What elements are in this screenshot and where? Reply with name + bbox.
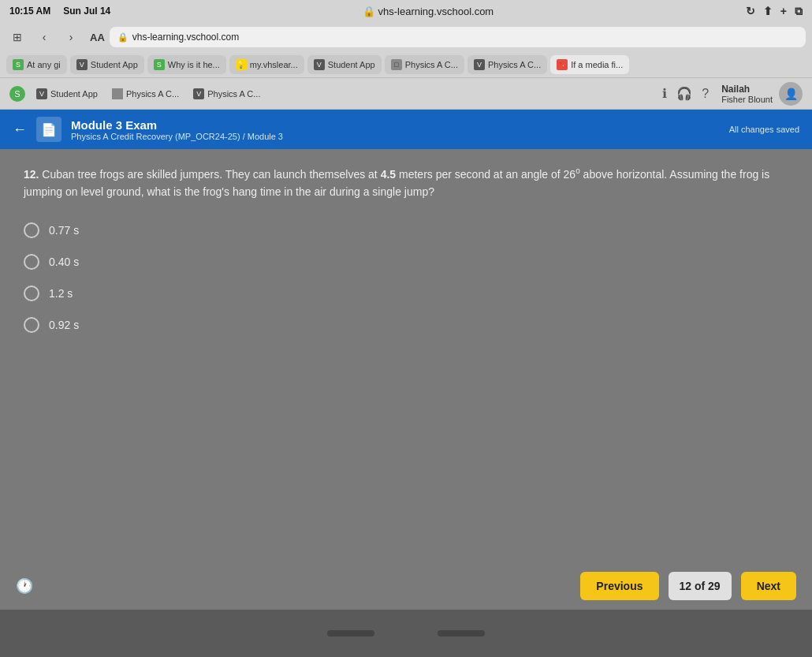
option-d-text: 0.92 s [49,319,79,331]
question-area: 12. Cuban tree frogs are skilled jumpers… [0,149,812,562]
status-time: 10:15 AM [9,6,50,17]
app-favicon: S [9,86,25,102]
refresh-icon[interactable]: ↻ [746,5,755,17]
option-b[interactable]: 0.40 s [24,254,788,270]
option-c-text: 1.2 s [49,287,73,300]
status-icons: ↻ ⬆ + ⧉ [746,5,803,18]
tab-label-2: Student App [91,60,138,69]
status-date: Sun Jul 14 [63,6,110,17]
tabs-strip: S At any gi V Student App S Why is it he… [0,52,812,77]
tab-favicon-7: V [474,59,485,70]
tab-favicon-1: S [13,59,24,70]
add-tab-icon[interactable]: + [780,5,787,17]
tab-student-app-1[interactable]: V Student App [70,55,144,74]
app-tabs: V Student App Physics A C... V Physics A… [32,87,656,101]
info-icon[interactable]: ℹ [662,86,667,101]
sidebar-toggle-button[interactable]: ⊞ [6,26,28,48]
tab-label-3: Why is it he... [168,60,220,69]
tab-label-5: Student App [328,60,375,69]
app-tab-physics1[interactable]: Physics A C... [107,87,184,101]
aa-text: AA [90,32,105,43]
tab-label-8: If a media fi... [571,60,623,69]
radio-b[interactable] [24,254,39,270]
module-header: ← 📄 Module 3 Exam Physics A Credit Recov… [0,110,812,149]
header-icons: ℹ 🎧 ? [662,86,709,101]
radio-c[interactable] [24,286,39,301]
module-title: Module 3 Exam [71,118,720,132]
app-tab-favicon-1: V [36,88,47,99]
radio-d[interactable] [24,317,39,333]
forward-button[interactable]: › [60,26,82,48]
tab-favicon-4: 💡 [236,59,247,70]
user-avatar[interactable]: 👤 [779,82,803,106]
app-tab-physics2[interactable]: V Physics A C... [188,87,265,101]
device-indicator-1 [327,630,374,636]
tab-favicon-6: □ [391,59,402,70]
tabs-icon[interactable]: ⧉ [795,5,803,18]
page-indicator: 12 of 29 [669,572,732,600]
question-number: 12. [24,168,42,181]
option-d[interactable]: 0.92 s [24,317,788,333]
tab-physics-1[interactable]: □ Physics A C... [385,55,464,74]
tab-student-app-2[interactable]: V Student App [307,55,382,74]
tab-why-is-it[interactable]: S Why is it he... [147,55,226,74]
tab-label-7: Physics A C... [488,60,541,69]
tab-favicon-3: S [154,59,165,70]
speed-value: 4.5 [381,168,396,181]
address-url: vhs-learning.vschool.com [132,32,239,43]
next-button[interactable]: Next [741,572,796,600]
tab-physics-2[interactable]: V Physics A C... [467,55,547,74]
option-a[interactable]: 0.77 s [24,222,788,238]
status-bar: 10:15 AM Sun Jul 14 🔒 vhs-learning.vscho… [0,0,812,22]
help-icon[interactable]: ? [702,87,709,101]
tab-label-6: Physics A C... [405,60,458,69]
device-indicator-2 [438,630,485,636]
module-icon: 📄 [36,117,61,142]
app-header: S V Student App Physics A C... V Physics… [0,78,812,110]
option-c[interactable]: 1.2 s [24,286,788,301]
all-changes-saved: All changes saved [729,125,799,134]
address-bar[interactable]: 🔒 vhs-learning.vschool.com [110,27,806,47]
footer-nav: 🕐 Previous 12 of 29 Next [0,562,812,610]
previous-button[interactable]: Previous [580,572,658,600]
browser-toolbar: ⊞ ‹ › AA 🔒 vhs-learning.vschool.com [0,22,812,52]
lock-icon: 🔒 [363,6,375,17]
module-subtitle: Physics A Credit Recovery (MP_OCR24-25) … [71,132,720,141]
tab-my-vhslear[interactable]: 💡 my.vhslear... [229,55,304,74]
device-frame: 10:15 AM Sun Jul 14 🔒 vhs-learning.vscho… [0,0,812,657]
user-info: Nailah Fisher Blount 👤 [721,82,803,106]
app-tab-favicon-2 [112,88,123,99]
user-surname: Fisher Blount [721,95,773,104]
radio-a[interactable] [24,222,39,238]
tab-favicon-5: V [314,59,325,70]
url-text: vhs-learning.vschool.com [378,6,494,17]
tab-label-1: At any gi [27,60,61,69]
module-back-button[interactable]: ← [13,121,27,138]
share-icon[interactable]: ⬆ [763,5,773,17]
url-bar: 🔒 vhs-learning.vschool.com [123,6,733,17]
browser-chrome: ⊞ ‹ › AA 🔒 vhs-learning.vschool.com S At… [0,22,812,78]
footer-left: 🕐 [16,577,571,595]
user-name: Nailah [721,84,773,95]
question-text: 12. Cuban tree frogs are skilled jumpers… [24,165,788,200]
option-a-text: 0.77 s [49,224,79,237]
device-bottom [0,610,812,657]
back-button[interactable]: ‹ [33,26,55,48]
tab-media[interactable]: 🔖 If a media fi... [550,55,629,74]
tab-favicon-8: 🔖 [557,59,568,70]
screen: 10:15 AM Sun Jul 14 🔒 vhs-learning.vscho… [0,0,812,610]
address-lock-icon: 🔒 [117,32,129,43]
option-b-text: 0.40 s [49,256,79,268]
tab-favicon-2: V [76,59,88,70]
clock-icon: 🕐 [16,577,33,595]
tab-at-any-gi[interactable]: S At any gi [6,55,67,74]
module-info: Module 3 Exam Physics A Credit Recovery … [71,118,720,141]
app-tab-student[interactable]: V Student App [32,87,102,101]
headphone-icon[interactable]: 🎧 [676,86,692,101]
app-tab-favicon-3: V [193,88,204,99]
tab-label-4: my.vhslear... [250,60,298,69]
